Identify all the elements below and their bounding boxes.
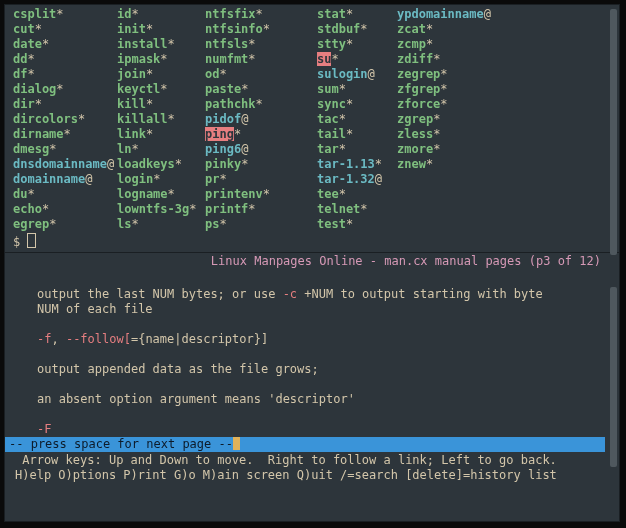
file-type-indicator-icon: * [346,37,353,51]
file-entry: ipmask* [117,52,205,67]
file-entry: stdbuf* [317,22,397,37]
file-type-indicator-icon: * [263,187,270,201]
file-name: pr [205,172,219,186]
file-name: install [117,37,168,51]
file-entry: login* [117,172,205,187]
file-type-indicator-icon: * [263,22,270,36]
file-entry: zdiff* [397,52,547,67]
file-name: od [205,67,219,81]
text: output the last NUM bytes; or use [37,287,283,301]
file-name: du [13,187,27,201]
file-type-indicator-icon: * [27,52,34,66]
file-entry: zcat* [397,22,547,37]
file-type-indicator-icon: * [426,22,433,36]
file-name: printenv [205,187,263,201]
file-name: dmesg [13,142,49,156]
file-name: tar [317,142,339,156]
file-name: pidof [205,112,241,126]
file-entry: link* [117,127,205,142]
file-entry: ntfsls* [205,37,317,52]
file-name: tar-1.32 [317,172,375,186]
file-type-indicator-icon: * [27,187,34,201]
help-line-2: H)elp O)ptions P)rint G)o M)ain screen Q… [15,468,557,482]
text: , [51,332,65,346]
file-name: zdiff [397,52,433,66]
file-name: ping6 [205,142,241,156]
file-name: dircolors [13,112,78,126]
file-type-indicator-icon: * [168,187,175,201]
file-type-indicator-icon: * [56,7,63,21]
file-entry: kill* [117,97,205,112]
file-type-indicator-icon: * [234,127,241,141]
scrollbar-bottom[interactable] [610,287,617,467]
file-type-indicator-icon: * [146,22,153,36]
shell-prompt[interactable]: $ [5,233,619,250]
file-entry: date* [13,37,117,52]
file-name: zcmp [397,37,426,51]
ls-output: csplit*cut*date*dd*df*dialog*dir*dircolo… [5,5,619,233]
file-name: keyctl [117,82,160,96]
file-entry: dd* [13,52,117,67]
file-name: stty [317,37,346,51]
file-name: telnet [317,202,360,216]
file-name: zcat [397,22,426,36]
file-type-indicator-icon: * [35,97,42,111]
file-name: date [13,37,42,51]
file-entry: sum* [317,82,397,97]
file-type-indicator-icon: * [131,142,138,156]
file-entry: keyctl* [117,82,205,97]
file-type-indicator-icon: * [146,127,153,141]
file-type-indicator-icon: * [440,97,447,111]
file-name: sync [317,97,346,111]
file-name: zless [397,127,433,141]
pager-statusbar: -- press space for next page -- [5,437,605,452]
file-name: zforce [397,97,440,111]
file-type-indicator-icon: * [175,157,182,171]
file-type-indicator-icon: * [339,187,346,201]
file-type-indicator-icon: * [248,37,255,51]
file-name: printf [205,202,248,216]
file-type-indicator-icon: * [42,202,49,216]
file-entry: install* [117,37,205,52]
file-entry: dircolors* [13,112,117,127]
file-entry: printenv* [205,187,317,202]
file-entry: zmore* [397,142,547,157]
file-type-indicator-icon: * [346,127,353,141]
terminal[interactable]: csplit*cut*date*dd*df*dialog*dir*dircolo… [4,4,620,522]
file-type-indicator-icon: * [256,97,263,111]
file-name: numfmt [205,52,248,66]
file-type-indicator-icon: * [433,52,440,66]
listing-column: id*init*install*ipmask*join*keyctl*kill*… [117,7,205,232]
file-entry: lowntfs-3g* [117,202,205,217]
file-name: tac [317,112,339,126]
file-name: sum [317,82,339,96]
file-name: init [117,22,146,36]
file-type-indicator-icon: * [433,112,440,126]
file-entry: dialog* [13,82,117,97]
file-name: zfgrep [397,82,440,96]
file-entry: ls* [117,217,205,232]
file-type-indicator-icon: * [146,67,153,81]
file-entry: tar* [317,142,397,157]
file-type-indicator-icon: * [346,97,353,111]
file-type-indicator-icon: * [375,157,382,171]
file-name: domainname [13,172,85,186]
lynx-pager[interactable]: Linux Manpages Online - man.cx manual pa… [5,252,619,485]
file-name: zegrep [397,67,440,81]
file-name: egrep [13,217,49,231]
file-entry: od* [205,67,317,82]
file-type-indicator-icon: * [160,82,167,96]
file-type-indicator-icon: * [339,142,346,156]
file-name: logname [117,187,168,201]
file-type-indicator-icon: @ [107,157,114,171]
file-entry: ln* [117,142,205,157]
scrollbar-top[interactable] [610,9,617,255]
file-name: tail [317,127,346,141]
file-entry: sulogin@ [317,67,397,82]
file-entry: su* [317,52,397,67]
file-entry: egrep* [13,217,117,232]
file-type-indicator-icon: * [49,142,56,156]
manpage-body: output the last NUM bytes; or use -c +NU… [5,272,619,437]
text: an absent option argument means 'descrip… [15,392,609,407]
file-type-indicator-icon: * [131,7,138,21]
